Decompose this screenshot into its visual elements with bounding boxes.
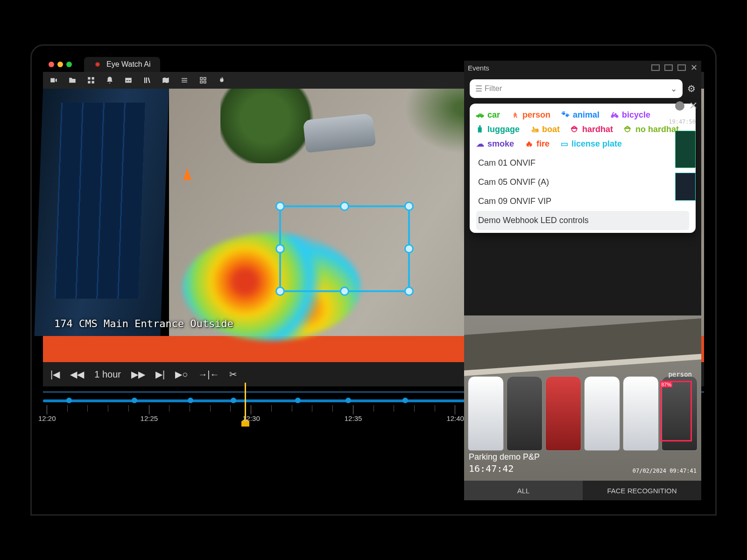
tick-label: 12:20 bbox=[38, 414, 56, 422]
class-chips: 🚗︎car 🚶︎person 🐾︎animal 🚲︎bicycle 🧳︎lugg… bbox=[476, 110, 689, 149]
tab-face-recognition[interactable]: FACE RECOGNITION bbox=[583, 481, 701, 500]
fire-icon: 🔥︎ bbox=[525, 140, 533, 149]
event-thumbnail[interactable] bbox=[675, 173, 696, 201]
screen: Eye Watch Ai bbox=[43, 57, 704, 503]
apps-icon[interactable] bbox=[199, 76, 207, 84]
panel-close-icon[interactable]: ✕ bbox=[691, 63, 698, 73]
panel-dock-left-icon[interactable] bbox=[651, 64, 660, 71]
event-preview[interactable]: person 87% Parking demo P&P 16:47:42 07/… bbox=[464, 315, 701, 481]
resize-handle-l[interactable] bbox=[275, 244, 285, 253]
boat-icon: 🚤︎ bbox=[531, 125, 539, 134]
chip-license-plate[interactable]: ▭license plate bbox=[561, 139, 622, 149]
chip-fire[interactable]: 🔥︎fire bbox=[525, 139, 550, 149]
events-tabs: ALL FACE RECOGNITION bbox=[464, 481, 701, 500]
filter-row: ☰ Filter ⌄ ⚙︎ bbox=[464, 75, 701, 100]
bicycle-icon: 🚲︎ bbox=[611, 111, 619, 120]
selection-box[interactable] bbox=[279, 205, 410, 292]
camera-list: Cam 01 ONVIF Cam 05 ONVIF (A) Cam 09 ONV… bbox=[476, 154, 689, 230]
cut-icon[interactable]: ✂ bbox=[229, 369, 237, 380]
list-icon[interactable] bbox=[180, 76, 189, 84]
detection-class: person bbox=[668, 371, 692, 378]
filter-icon: ☰ bbox=[475, 84, 482, 94]
chip-label: fire bbox=[536, 139, 550, 149]
tab-all[interactable]: ALL bbox=[464, 481, 583, 500]
record-indicator-icon[interactable] bbox=[675, 101, 684, 111]
camera-label: 174 CMS Main Entrance Outside bbox=[54, 318, 233, 329]
chip-boat[interactable]: 🚤︎boat bbox=[531, 125, 560, 134]
no-hardhat-icon: ⛑︎ bbox=[624, 125, 632, 134]
event-thumbnail[interactable] bbox=[675, 131, 696, 168]
building-facade bbox=[34, 89, 169, 336]
panel-dock-right-icon[interactable] bbox=[677, 64, 686, 71]
detection-box bbox=[660, 381, 692, 441]
minimize-window-icon[interactable] bbox=[57, 62, 63, 67]
chip-car[interactable]: 🚗︎car bbox=[476, 110, 500, 120]
folder-icon[interactable] bbox=[68, 76, 77, 84]
preview-timestamp: 07/02/2024 09:47:41 bbox=[633, 468, 697, 474]
settings-sliders-icon[interactable]: ⚙︎ bbox=[687, 83, 696, 94]
resize-handle-br[interactable] bbox=[404, 287, 414, 296]
chip-label: bicycle bbox=[622, 110, 650, 120]
close-window-icon[interactable] bbox=[49, 62, 54, 67]
chip-bicycle[interactable]: 🚲︎bicycle bbox=[611, 110, 650, 120]
app-tab[interactable]: Eye Watch Ai bbox=[84, 57, 160, 72]
chip-label: hardhat bbox=[582, 125, 613, 134]
person-icon: 🚶︎ bbox=[511, 111, 519, 120]
grid-icon[interactable] bbox=[87, 76, 95, 84]
camera-option[interactable]: Cam 01 ONVIF bbox=[476, 154, 689, 173]
chevron-down-icon[interactable]: ⌄ bbox=[670, 84, 677, 94]
library-icon[interactable] bbox=[143, 76, 151, 84]
camera-icon[interactable] bbox=[49, 76, 58, 84]
chip-smoke[interactable]: ☁︎smoke bbox=[476, 139, 514, 149]
dismiss-icon[interactable]: ✕ bbox=[689, 100, 698, 112]
events-panel: Events ✕ ☰ Filter ⌄ ⚙︎ ✕ 19:47:50 bbox=[464, 61, 701, 500]
resize-handle-r[interactable] bbox=[404, 244, 414, 253]
chip-hardhat[interactable]: ⛑︎hardhat bbox=[571, 125, 613, 134]
chip-label: smoke bbox=[487, 139, 514, 149]
mark-in-icon[interactable]: →|← bbox=[198, 369, 219, 380]
app-logo-icon bbox=[93, 60, 102, 69]
filter-placeholder: Filter bbox=[485, 84, 502, 93]
animal-icon: 🐾︎ bbox=[562, 111, 570, 120]
panel-maximize-icon[interactable] bbox=[664, 64, 673, 71]
rewind-icon[interactable]: ◀◀ bbox=[70, 369, 84, 380]
play-out-icon[interactable]: ▶○ bbox=[175, 369, 188, 380]
chip-luggage[interactable]: 🧳︎luggage bbox=[476, 125, 520, 134]
fire-icon[interactable] bbox=[218, 76, 226, 84]
tick-label: 12:40 bbox=[446, 414, 464, 422]
skip-start-icon[interactable]: |◀ bbox=[50, 369, 60, 380]
luggage-icon: 🧳︎ bbox=[476, 125, 484, 134]
plate-icon: ▭ bbox=[561, 139, 568, 149]
traffic-cone bbox=[183, 168, 191, 180]
map-icon[interactable] bbox=[162, 76, 170, 84]
chip-label: no hardhat bbox=[635, 125, 679, 134]
chip-label: luggage bbox=[487, 125, 520, 134]
preview-time: 16:47:42 bbox=[469, 463, 514, 474]
bell-icon[interactable] bbox=[106, 76, 114, 84]
resize-handle-b[interactable] bbox=[340, 287, 349, 296]
car-icon: 🚗︎ bbox=[476, 111, 484, 120]
chip-person[interactable]: 🚶︎person bbox=[511, 110, 550, 120]
camera-option[interactable]: Cam 05 ONVIF (A) bbox=[476, 173, 689, 192]
chip-no-hardhat[interactable]: ⛑︎no hardhat bbox=[624, 125, 679, 134]
forward-icon[interactable]: ▶▶ bbox=[131, 369, 145, 380]
hardhat-icon: ⛑︎ bbox=[571, 125, 579, 134]
resize-handle-t[interactable] bbox=[340, 202, 349, 211]
resize-handle-tr[interactable] bbox=[404, 202, 414, 211]
events-title: Events bbox=[468, 64, 489, 72]
tick-label: 12:25 bbox=[141, 414, 158, 422]
maximize-window-icon[interactable] bbox=[66, 62, 72, 67]
camera-option[interactable]: Demo Webhook LED controls bbox=[476, 211, 689, 230]
chip-animal[interactable]: 🐾︎animal bbox=[562, 110, 599, 120]
event-time-chip: 19:47:50 bbox=[669, 119, 696, 125]
caption-icon[interactable] bbox=[124, 76, 133, 84]
filter-input[interactable]: ☰ Filter ⌄ bbox=[470, 79, 683, 98]
chip-label: license plate bbox=[571, 139, 622, 149]
time-range-button[interactable]: 1 hour bbox=[94, 369, 121, 380]
resize-handle-tl[interactable] bbox=[275, 202, 285, 211]
smoke-icon: ☁︎ bbox=[476, 139, 484, 149]
camera-option[interactable]: Cam 09 ONVIF VIP bbox=[476, 192, 689, 211]
tick-label: 12:30 bbox=[242, 414, 260, 422]
resize-handle-bl[interactable] bbox=[275, 287, 285, 296]
step-forward-icon[interactable]: ▶| bbox=[155, 369, 165, 380]
